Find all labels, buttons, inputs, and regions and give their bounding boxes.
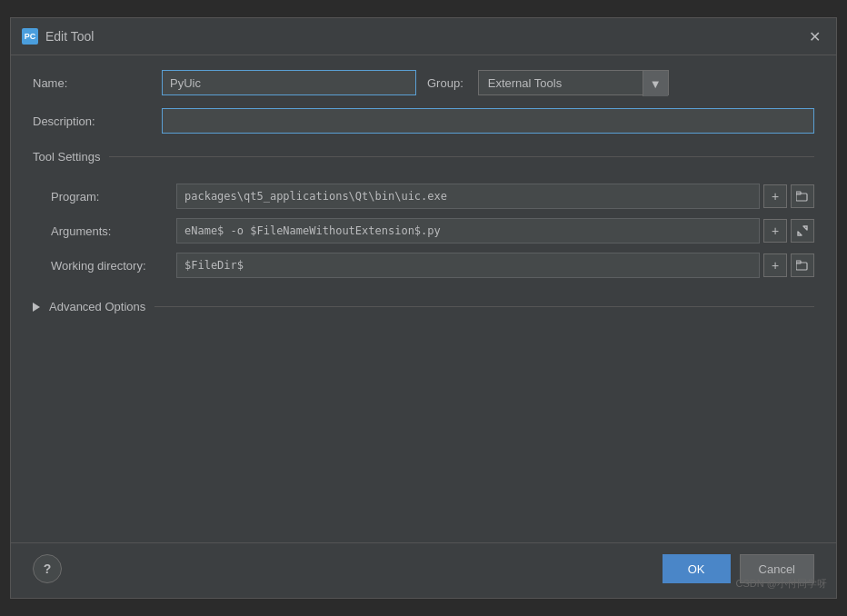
program-row: Program: + <box>33 184 814 209</box>
program-add-button[interactable]: + <box>763 184 787 208</box>
name-label: Name: <box>33 76 151 90</box>
arguments-add-button[interactable]: + <box>763 219 787 243</box>
dialog-body: Name: Group: External Tools ▼ Descriptio… <box>11 55 836 542</box>
help-button[interactable]: ? <box>33 554 62 583</box>
arguments-input-wrapper: + <box>176 218 814 243</box>
tool-settings: Program: + Arguments: + <box>33 184 814 278</box>
arguments-label: Arguments: <box>33 224 169 238</box>
arguments-row: Arguments: + <box>33 218 814 243</box>
group-label: Group: <box>427 76 463 90</box>
tool-settings-title: Tool Settings <box>33 150 100 164</box>
description-input[interactable] <box>162 108 814 134</box>
app-icon: PC <box>22 28 38 45</box>
footer-buttons: OK Cancel <box>663 554 814 583</box>
program-label: Program: <box>33 190 169 204</box>
working-dir-label: Working directory: <box>33 259 169 273</box>
arguments-input[interactable] <box>176 218 760 243</box>
advanced-options-section: Advanced Options <box>33 300 814 313</box>
ok-button[interactable]: OK <box>663 554 731 583</box>
arguments-expand-button[interactable] <box>791 219 814 243</box>
advanced-divider <box>154 306 814 307</box>
name-group-row: Name: Group: External Tools ▼ <box>33 70 814 95</box>
divider-line <box>109 156 814 157</box>
program-input-wrapper: + <box>176 184 814 209</box>
description-row: Description: <box>33 108 814 134</box>
dialog-title: Edit Tool <box>45 29 796 44</box>
dialog-footer: ? OK Cancel <box>11 542 836 598</box>
advanced-options-title[interactable]: Advanced Options <box>49 300 145 313</box>
description-label: Description: <box>33 114 151 128</box>
tool-settings-divider: Tool Settings <box>33 150 814 164</box>
working-dir-input-wrapper: + <box>176 253 814 278</box>
edit-tool-dialog: PC Edit Tool ✕ Name: Group: External Too… <box>10 17 837 599</box>
working-dir-row: Working directory: + <box>33 253 814 278</box>
group-dropdown[interactable]: External Tools ▼ <box>478 70 669 95</box>
working-dir-input[interactable] <box>176 253 760 278</box>
working-dir-add-button[interactable]: + <box>763 253 787 277</box>
dropdown-arrow-icon[interactable]: ▼ <box>643 71 668 96</box>
close-button[interactable]: ✕ <box>803 25 825 47</box>
cancel-button[interactable]: Cancel <box>740 554 814 583</box>
program-browse-button[interactable] <box>791 184 814 208</box>
title-bar: PC Edit Tool ✕ <box>11 18 836 55</box>
advanced-toggle-icon[interactable] <box>33 303 40 312</box>
working-dir-browse-button[interactable] <box>791 253 814 277</box>
group-dropdown-value: External Tools <box>479 71 643 94</box>
program-input[interactable] <box>176 184 760 209</box>
name-input[interactable] <box>162 70 416 95</box>
